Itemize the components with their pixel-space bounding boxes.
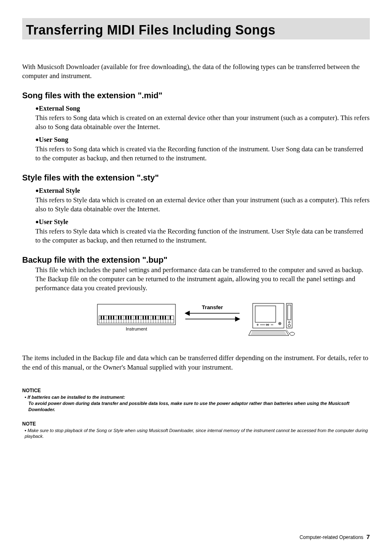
section-heading-bup: Backup file with the extension ".bup" [22, 255, 370, 265]
subheading-external-style: ●External Style [35, 187, 370, 195]
svg-rect-35 [111, 316, 112, 319]
body-backup: This file which includes the panel setti… [35, 266, 370, 293]
footer-text: Computer-related Operations [300, 534, 363, 540]
subheading-label: External Style [39, 187, 80, 194]
svg-point-63 [266, 324, 267, 326]
subheading-label: User Song [39, 136, 68, 143]
svg-rect-36 [113, 316, 114, 319]
notice-line1: If batteries can be installed to the ins… [28, 395, 125, 400]
bullet-icon: • [25, 395, 28, 400]
notice-label: NOTICE [22, 388, 370, 393]
svg-marker-56 [235, 317, 240, 321]
svg-rect-39 [125, 316, 127, 319]
post-diagram-paragraph: The items included in the Backup file an… [22, 354, 370, 372]
svg-rect-50 [162, 316, 164, 319]
svg-point-60 [279, 323, 280, 324]
svg-rect-38 [120, 316, 122, 319]
svg-rect-32 [101, 316, 102, 319]
notice-item: • If batteries can be installed to the i… [25, 394, 370, 413]
subheading-label: External Song [39, 104, 80, 112]
svg-rect-45 [145, 316, 146, 319]
diagram-svg: Instrument Transfer [89, 301, 303, 342]
svg-rect-49 [160, 316, 161, 319]
transfer-diagram: Instrument Transfer [22, 301, 370, 342]
page-footer: Computer-related Operations 7 [300, 533, 370, 540]
body-external-style: This refers to Style data which is creat… [35, 196, 370, 214]
body-user-song: This refers to Song data which is create… [35, 145, 370, 163]
body-external-song: This refers to Song data which is create… [35, 113, 370, 132]
bullet-icon: ● [35, 219, 39, 225]
svg-point-69 [288, 324, 291, 327]
svg-rect-46 [148, 316, 149, 319]
svg-rect-33 [103, 316, 104, 319]
intro-paragraph: With Musicsoft Downloader (available for… [22, 62, 370, 81]
section-heading-mid: Song files with the extension ".mid" [22, 91, 370, 100]
svg-rect-44 [143, 316, 144, 319]
svg-rect-43 [138, 316, 139, 319]
page-number: 7 [367, 533, 370, 540]
svg-rect-37 [118, 316, 119, 319]
svg-point-64 [268, 324, 269, 326]
subheading-user-style: ●User Style [35, 218, 370, 226]
note-label: NOTE [22, 421, 370, 427]
svg-marker-54 [185, 311, 189, 315]
note-item: • Make sure to stop playback of the Song… [25, 428, 370, 440]
section-heading-sty: Style files with the extension ".sty" [22, 173, 370, 183]
page: Transferring MIDI Files Including Songs … [0, 0, 392, 555]
svg-rect-58 [255, 306, 276, 322]
svg-rect-47 [152, 316, 154, 319]
subheading-label: User Style [39, 218, 68, 226]
svg-point-68 [288, 321, 290, 323]
transfer-label: Transfer [202, 304, 223, 310]
instrument-label: Instrument [126, 326, 147, 331]
bullet-icon: • [25, 428, 28, 433]
bullet-icon: ● [35, 136, 39, 143]
notice-line2: To avoid power down during data transfer… [28, 400, 370, 413]
svg-rect-51 [165, 316, 166, 319]
page-title: Transferring MIDI Files Including Songs [22, 22, 275, 38]
svg-rect-52 [170, 316, 171, 319]
bullet-icon: ● [35, 187, 39, 194]
subheading-external-song: ●External Song [35, 104, 370, 113]
body-user-style: This refers to Style data which is creat… [35, 227, 370, 245]
svg-rect-40 [128, 316, 129, 319]
bullet-icon: ● [35, 105, 39, 111]
svg-point-73 [290, 332, 295, 335]
svg-rect-34 [108, 316, 109, 319]
subheading-user-song: ●User Song [35, 136, 370, 144]
svg-point-61 [257, 324, 258, 326]
svg-rect-67 [288, 305, 291, 320]
svg-rect-48 [155, 316, 156, 319]
header-band: Transferring MIDI Files Including Songs [22, 18, 370, 39]
note-line1: Make sure to stop playback of the Song o… [25, 428, 368, 439]
svg-rect-42 [135, 316, 136, 319]
svg-rect-41 [130, 316, 131, 319]
svg-rect-0 [97, 304, 175, 325]
